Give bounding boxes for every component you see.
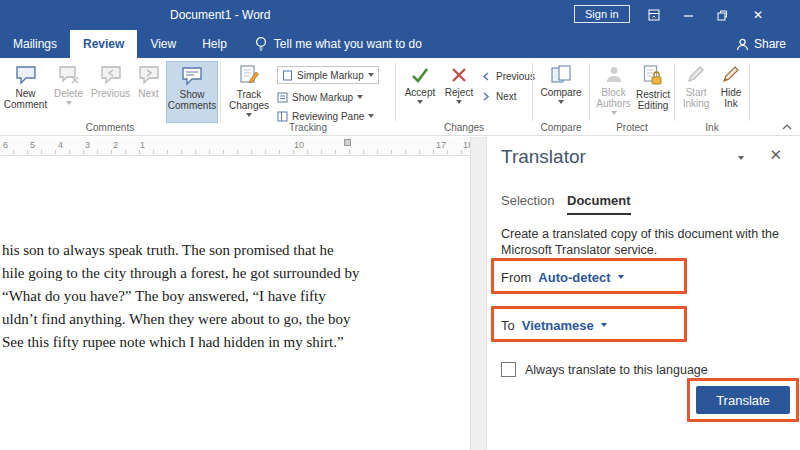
- always-translate-row: Always translate to this language: [501, 362, 708, 377]
- chevron-down-icon: [417, 100, 423, 104]
- delete-comment-icon: [58, 65, 80, 85]
- minimize-button[interactable]: [672, 0, 704, 30]
- show-comments-button[interactable]: Show Comments: [166, 61, 218, 123]
- reject-x-icon: [450, 65, 468, 84]
- from-language-dropdown[interactable]: Auto-detect: [538, 270, 610, 285]
- start-inking-pen-icon: [686, 65, 706, 84]
- hide-ink-pen-icon: [721, 65, 741, 84]
- next-comment-button[interactable]: Next: [133, 61, 164, 123]
- reject-button[interactable]: Reject: [442, 61, 476, 123]
- window-title: Document1 - Word: [170, 8, 270, 22]
- share-label: Share: [754, 37, 786, 51]
- accept-label: Accept: [405, 87, 436, 98]
- previous-comment-label: Previous: [91, 88, 130, 99]
- new-comment-button[interactable]: New Comment: [2, 61, 49, 123]
- restrict-editing-button[interactable]: Restrict Editing: [634, 61, 672, 123]
- accept-button[interactable]: Accept: [400, 61, 440, 123]
- chevron-down-icon: [456, 100, 462, 104]
- markup-page-icon: [282, 70, 293, 81]
- ribbon-display-options-icon: [648, 9, 660, 21]
- previous-change-button[interactable]: Previous: [480, 67, 535, 85]
- group-label-ink: Ink: [675, 122, 749, 133]
- previous-change-label: Previous: [496, 71, 535, 82]
- ruler-number: 2: [113, 140, 118, 150]
- show-markup-label: Show Markup: [292, 92, 353, 103]
- ruler-number: 1: [140, 140, 145, 150]
- pane-description: Create a translated copy of this documen…: [501, 226, 795, 258]
- pane-close-icon[interactable]: ✕: [769, 146, 782, 164]
- ruler-number: 17: [436, 140, 446, 150]
- ruler-number: 10: [294, 140, 304, 150]
- compare-button[interactable]: Compare: [536, 61, 586, 123]
- ruler-number: 6: [3, 140, 8, 150]
- group-label-protect: Protect: [590, 122, 674, 133]
- compare-icon: [550, 65, 572, 84]
- restore-button[interactable]: [706, 0, 738, 30]
- ribbon-tab-row: Mailings Review View Help Tell me what y…: [0, 30, 800, 58]
- tab-view[interactable]: View: [137, 30, 189, 58]
- reviewing-pane-label: Reviewing Pane: [292, 111, 364, 122]
- document-page[interactable]: his son to always speak truth. The son p…: [0, 156, 470, 450]
- document-line: See this fifty rupee note which I had hi…: [2, 331, 359, 354]
- restrict-editing-lock-icon: [643, 65, 663, 86]
- ruler-indent-marker[interactable]: [344, 139, 351, 146]
- group-separator: [749, 63, 750, 121]
- title-bar: Document1 - Word Sign in ✕: [0, 0, 800, 30]
- chevron-down-icon[interactable]: [601, 323, 607, 327]
- next-change-button[interactable]: Next: [480, 87, 517, 105]
- previous-comment-button[interactable]: Previous: [88, 61, 133, 123]
- group-protect: Block Authors Restrict Editing Protect: [590, 58, 674, 135]
- tab-mailings[interactable]: Mailings: [0, 30, 70, 58]
- document-line: uldn’t find anything. When they were abo…: [2, 308, 359, 331]
- close-icon: ✕: [753, 8, 763, 22]
- tab-review[interactable]: Review: [70, 30, 137, 58]
- tab-document[interactable]: Document: [567, 193, 631, 215]
- group-compare: Compare Compare: [533, 58, 589, 135]
- document-scrollbar[interactable]: [470, 137, 486, 450]
- tab-help[interactable]: Help: [189, 30, 240, 58]
- previous-comment-icon: [100, 65, 122, 85]
- restrict-editing-label: Restrict Editing: [634, 89, 672, 111]
- ribbon-review: New Comment Delete Previous Next: [0, 58, 800, 136]
- horizontal-ruler[interactable]: 6 5 4 3 2 1 10 17 18: [0, 137, 470, 156]
- from-label: From: [501, 270, 531, 285]
- translate-button[interactable]: Translate: [696, 386, 790, 414]
- document-text: his son to always speak truth. The son p…: [2, 239, 359, 354]
- show-comments-icon: [181, 66, 203, 86]
- ruler-number: 4: [58, 140, 63, 150]
- word-window: Document1 - Word Sign in ✕ Mailings Revi…: [0, 0, 800, 450]
- tell-me-search[interactable]: Tell me what you want to do: [254, 30, 422, 58]
- tab-selection[interactable]: Selection: [501, 193, 554, 208]
- chevron-down-icon: [611, 111, 617, 115]
- block-authors-button[interactable]: Block Authors: [593, 61, 634, 123]
- group-label-comments: Comments: [0, 122, 220, 133]
- close-button[interactable]: ✕: [742, 0, 774, 30]
- group-changes: Accept Reject Previous Next: [396, 58, 532, 135]
- next-change-label: Next: [496, 91, 517, 102]
- to-language-dropdown[interactable]: Vietnamese: [522, 318, 594, 333]
- show-markup-button[interactable]: Show Markup: [277, 88, 363, 106]
- pane-options-chevron-down-icon[interactable]: [738, 156, 744, 160]
- chevron-down-icon: [357, 95, 363, 99]
- ribbon-display-options-button[interactable]: [638, 0, 670, 30]
- share-button[interactable]: Share: [722, 30, 800, 58]
- next-comment-icon: [138, 65, 160, 85]
- chevron-down-icon[interactable]: [618, 275, 624, 279]
- display-for-review-dropdown[interactable]: Simple Markup: [277, 66, 379, 84]
- collapse-ribbon-button[interactable]: [782, 124, 792, 130]
- tell-me-label: Tell me what you want to do: [274, 37, 422, 51]
- group-ink: Start Inking Hide Ink Ink: [675, 58, 749, 135]
- chevron-down-icon: [558, 100, 564, 104]
- track-changes-icon: [239, 65, 259, 86]
- sign-in-button[interactable]: Sign in: [574, 5, 630, 23]
- hide-ink-button[interactable]: Hide Ink: [715, 61, 747, 123]
- next-arrow-icon: [480, 91, 492, 102]
- new-comment-icon: [15, 65, 37, 85]
- accept-check-icon: [410, 65, 430, 84]
- track-changes-button[interactable]: Track Changes: [225, 61, 273, 123]
- always-translate-checkbox[interactable]: [501, 362, 516, 377]
- chevron-down-icon: [246, 113, 252, 117]
- delete-comment-button[interactable]: Delete: [50, 61, 87, 123]
- document-line: “What do you have?” The boy answered, “I…: [2, 285, 359, 308]
- start-inking-button[interactable]: Start Inking: [678, 61, 714, 123]
